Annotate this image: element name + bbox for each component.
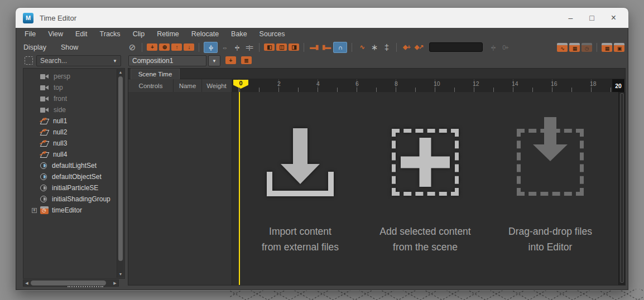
scroll-up-icon[interactable]: ▲	[117, 69, 124, 76]
ripple-trim-icon[interactable]: ⇔	[219, 42, 230, 52]
outliner-item-defaultobjectset[interactable]: defaultObjectSet	[23, 171, 124, 182]
frame-offset-field[interactable]	[429, 42, 483, 52]
gap-size-icon: •|•	[488, 42, 498, 52]
create-clip-from-selected-icon[interactable]: ⊕	[159, 43, 170, 51]
time-editor-icon: ◷	[40, 206, 49, 214]
search-input[interactable]: Search... ▼	[36, 55, 121, 66]
scroll-down-icon[interactable]: ▼	[117, 271, 124, 278]
outliner-vertical-scrollbar[interactable]: ▲ ▼	[117, 69, 124, 278]
group-clips-icon[interactable]: ↑	[171, 43, 182, 51]
menu-edit[interactable]: Edit	[69, 30, 94, 38]
outliner-item-persp[interactable]: persp	[23, 71, 124, 82]
window-title: Time Editor	[40, 14, 76, 22]
placeholder-drag-drop: Drag-and-drop files into Editor	[488, 120, 613, 255]
column-header-weight: Weight	[202, 79, 232, 92]
outliner-item-top[interactable]: top	[23, 82, 124, 93]
ungroup-clips-icon[interactable]: ↓	[184, 43, 194, 51]
expand-icon[interactable]: +	[32, 208, 37, 213]
outliner-item-null2[interactable]: null2	[23, 127, 124, 138]
trim-clip-start-icon[interactable]: ◧	[264, 43, 275, 51]
client-area: File View Edit Tracks Clip Retime Reloca…	[16, 28, 628, 290]
attach-to-character-icon[interactable]: ‡	[381, 42, 392, 52]
transform-node-icon	[40, 118, 48, 124]
toolbar-separator	[259, 43, 259, 52]
search-placeholder: Search...	[40, 57, 67, 65]
timeline-ruler[interactable]: 2 4 6 8 10 12 14 16 18 20 0	[232, 79, 624, 92]
graph-editor-window-icon[interactable]: ∿	[557, 43, 568, 52]
placeholder-caption: Add selected content from the scene	[379, 224, 470, 255]
game-exporter-window-icon[interactable]: ▣	[614, 43, 624, 52]
menu-tracks[interactable]: Tracks	[94, 30, 127, 38]
menu-sources[interactable]: Sources	[253, 30, 291, 38]
close-gap-icon[interactable]: =|=	[244, 42, 254, 52]
menu-clip[interactable]: Clip	[127, 30, 151, 38]
add-composition-icon[interactable]: +	[225, 56, 236, 64]
tab-scene-time[interactable]: Scene Time	[131, 69, 180, 79]
titlebar[interactable]: M Time Editor – □ ×	[16, 8, 628, 28]
content-browser-window-icon[interactable]: ▦	[602, 43, 612, 52]
menu-display[interactable]: Display	[16, 43, 54, 51]
track-vertical-scrollbar[interactable]	[618, 92, 625, 285]
menu-file[interactable]: File	[18, 30, 42, 38]
composition-manager-icon[interactable]: ≣	[241, 56, 252, 64]
toolbar-separator	[304, 43, 304, 52]
camera-icon	[40, 96, 49, 101]
menu-view[interactable]: View	[42, 30, 69, 38]
track-area[interactable]: Import content from external files	[128, 92, 625, 285]
outliner-item-timeeditor[interactable]: + ◷ timeEditor	[23, 205, 124, 216]
selection-filter-icon[interactable]	[25, 56, 33, 65]
insert-gap-icon[interactable]: •|•	[232, 42, 242, 52]
camera-icon	[40, 85, 49, 90]
outliner-item-null4[interactable]: null4	[23, 149, 124, 160]
outliner-item-front[interactable]: front	[23, 93, 124, 104]
placeholder-import-content: Import content from external files	[238, 120, 363, 255]
snap-magnet-icon[interactable]: ∩	[333, 42, 347, 53]
menu-bake[interactable]: Bake	[225, 30, 253, 38]
outliner-item-null1[interactable]: null1	[23, 115, 124, 127]
menu-relocate[interactable]: Relocate	[185, 30, 225, 38]
track-view-panel: Scene Time Controls Name Weight 2 4 6 8 …	[128, 68, 626, 286]
placeholder-add-selected: Add selected content from the scene	[363, 120, 488, 255]
trim-clip-icon[interactable]: ◫	[276, 43, 287, 51]
menu-show[interactable]: Show	[54, 43, 85, 51]
import-content-icon	[263, 128, 337, 196]
split-clip-icon[interactable]: ▬▮	[309, 42, 319, 52]
playhead-marker[interactable]: 0	[233, 80, 248, 89]
scroll-left-icon[interactable]: ◀	[23, 280, 30, 286]
camera-icon	[40, 108, 49, 113]
menu-retime[interactable]: Retime	[151, 30, 185, 38]
outliner-item-null3[interactable]: null3	[23, 138, 124, 149]
close-button[interactable]: ×	[611, 13, 616, 23]
toolbar-row: Display Show ⊘ + ⊕ ↑ ↓ ‹|› ⇔ •|• =|= ◧ ◫…	[16, 40, 628, 54]
merge-clips-icon[interactable]: ▮▬	[321, 42, 331, 52]
create-clip-icon[interactable]: +	[147, 43, 157, 51]
scroll-right-icon[interactable]: ▶	[112, 280, 118, 286]
dope-sheet-window-icon[interactable]: ▦	[569, 43, 580, 52]
menu-bar: File View Edit Tracks Clip Retime Reloca…	[16, 28, 628, 40]
scrollbar-thumb[interactable]	[31, 280, 106, 286]
scrollbar-thumb[interactable]	[620, 93, 624, 283]
outliner-item-side[interactable]: side	[23, 104, 124, 115]
composition-select[interactable]: Composition1	[128, 55, 206, 66]
maximize-button[interactable]: □	[589, 13, 594, 22]
scrollbar-thumb[interactable]	[118, 76, 123, 261]
composition-dropdown-button[interactable]: ▼	[208, 55, 220, 66]
composition-value: Composition1	[132, 57, 173, 65]
add-keyframe-icon[interactable]: ◆+	[401, 42, 412, 52]
track-canvas[interactable]: Import content from external files	[232, 92, 618, 285]
outliner-item-initialparticlese[interactable]: initialParticleSE	[23, 182, 124, 193]
minimize-button[interactable]: –	[568, 13, 573, 22]
export-keys-icon[interactable]: ◆↗	[414, 42, 424, 52]
toolbar-separator	[396, 43, 397, 52]
add-selected-content-icon	[392, 129, 459, 196]
create-animation-source-icon[interactable]: ∿	[357, 42, 367, 52]
ripple-edit-icon[interactable]: ‹|›	[204, 42, 218, 53]
outliner-item-initialshadinggroup[interactable]: initialShadingGroup	[23, 193, 124, 205]
trim-clip-end-icon[interactable]: ◨	[289, 43, 299, 51]
outliner-item-defaultlightset[interactable]: defaultLightSet	[23, 160, 124, 171]
resize-grip[interactable]	[68, 286, 103, 287]
time-slider-window-icon: ◷	[581, 43, 592, 52]
object-set-icon	[40, 162, 47, 169]
mute-icon[interactable]: ⊘	[127, 42, 137, 52]
add-character-icon[interactable]: ∗	[369, 42, 379, 52]
